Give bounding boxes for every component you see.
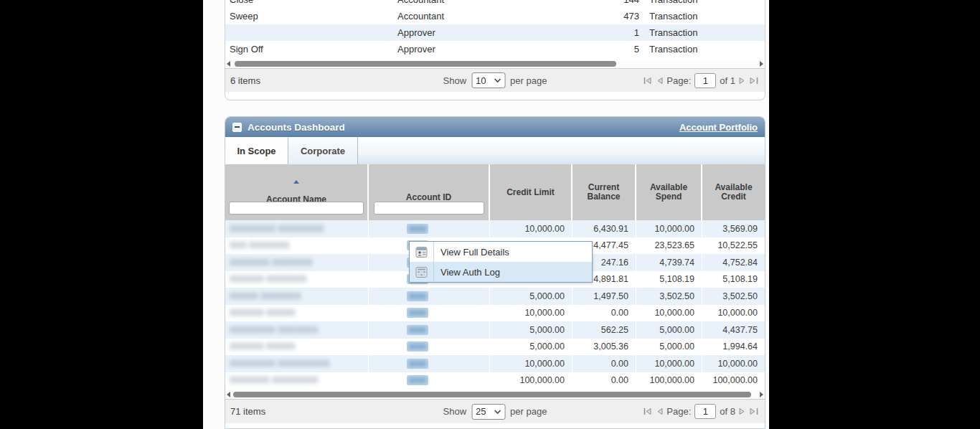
prev-page-icon[interactable] — [656, 77, 663, 85]
scroll-right-icon[interactable] — [760, 61, 763, 67]
page-input[interactable] — [694, 73, 716, 88]
grid-footer: 71 items Show 25 per page Page: of 8 — [225, 399, 765, 423]
items-count: 6 items — [230, 75, 260, 86]
credit-limit-cell: 10,000.00 — [490, 355, 573, 372]
available-credit-cell: 4,752.84 — [702, 254, 765, 271]
account-portfolio-link[interactable]: Account Portfolio — [679, 122, 758, 133]
tab-in-scope[interactable]: In Scope — [225, 137, 288, 164]
account-id-cell: 0000 — [369, 339, 490, 356]
credit-limit-cell: 10,000.00 — [490, 305, 573, 322]
available-spend-cell: 5,000.00 — [636, 339, 702, 356]
pagination: Page: of 1 — [643, 73, 759, 88]
current-balance-cell: 0.00 — [573, 305, 636, 322]
table-row[interactable]: Sweep Accountant 473 Transaction — [225, 8, 765, 24]
redacted-account-id: 0000 — [409, 308, 426, 317]
prev-page-icon[interactable] — [656, 407, 663, 415]
redacted-account-id: 0000 — [409, 376, 426, 385]
account-row[interactable]: XXXXXXXX XXXXXXXXX000010,000.000.0010,00… — [225, 355, 765, 372]
page-input[interactable] — [694, 404, 716, 419]
first-page-icon[interactable] — [643, 77, 652, 85]
credit-limit-cell: 5,000.00 — [490, 288, 573, 305]
column-header-account-id[interactable]: Account ID — [369, 164, 490, 220]
account-id-link[interactable]: 0000 — [407, 359, 428, 369]
menu-item-view-auth-log[interactable]: View Auth Log — [410, 262, 592, 282]
column-header-account-name[interactable]: Account Name — [225, 164, 369, 220]
table-row[interactable]: Sign Off Approver 5 Transaction — [225, 41, 765, 57]
role-cell: Accountant — [397, 0, 570, 5]
type-cell: Transaction — [641, 0, 765, 5]
current-balance-cell: 3,005.36 — [573, 339, 636, 356]
account-name-cell: XXXXX XXXXXXX — [225, 288, 369, 305]
account-id-link[interactable]: 0000 — [407, 375, 428, 385]
column-header-current-balance[interactable]: Current Balance — [573, 164, 636, 220]
per-page-value: 25 — [476, 406, 486, 417]
account-id-link[interactable]: 0000 — [407, 308, 428, 318]
role-cell: Approver — [397, 27, 570, 38]
account-id-link[interactable]: 0000 — [407, 341, 428, 352]
account-row[interactable]: XXXXXX XXXXX00005,000.003,005.365,000.00… — [225, 339, 765, 356]
menu-item-view-full-details[interactable]: View Full Details — [410, 242, 592, 262]
per-page-select[interactable]: 25 — [471, 404, 505, 420]
account-row[interactable]: XXXXXXXX XXXXXXXX000010,000.006,430.9110… — [225, 220, 765, 237]
account-row[interactable]: XXXXXX XXXXX000010,000.000.0010,000.0010… — [225, 305, 765, 322]
per-page-select[interactable]: 10 — [471, 72, 505, 88]
available-spend-cell: 5,108.19 — [636, 271, 702, 288]
scroll-right-icon[interactable] — [760, 392, 763, 397]
scrollbar-thumb[interactable] — [235, 61, 616, 67]
column-headers: Account Name Account ID Credit Limit Cur… — [225, 164, 765, 220]
tab-corporate[interactable]: Corporate — [288, 137, 358, 164]
column-header-available-spend[interactable]: Available Spend — [636, 164, 702, 220]
column-header-credit-limit[interactable]: Credit Limit — [490, 164, 573, 220]
action-cell: Sweep — [225, 11, 397, 22]
account-name-filter-input[interactable] — [229, 202, 364, 214]
scrollbar-thumb[interactable] — [233, 392, 751, 397]
first-page-icon[interactable] — [643, 407, 652, 415]
redacted-account-id: 0000 — [409, 326, 426, 334]
current-balance-cell: 0.00 — [573, 355, 636, 372]
account-id-link[interactable]: 0000 — [407, 325, 428, 335]
context-menu: View Full Details View Auth Log — [409, 241, 593, 283]
account-id-filter-input[interactable] — [374, 202, 484, 214]
account-row[interactable]: XXXXX XXXXXXX00005,000.001,497.503,502.5… — [225, 288, 765, 305]
last-page-icon[interactable] — [750, 407, 759, 415]
scroll-left-icon[interactable] — [227, 392, 230, 397]
account-id-link[interactable]: 0000 — [407, 291, 428, 301]
available-credit-cell: 3,502.50 — [702, 288, 765, 305]
column-header-available-credit[interactable]: Available Credit — [702, 164, 765, 220]
next-page-icon[interactable] — [739, 77, 746, 85]
table-row[interactable]: Close Accountant 144 Transaction — [225, 0, 765, 8]
per-page-label: per page — [510, 406, 547, 417]
last-page-icon[interactable] — [750, 77, 759, 85]
redacted-account-name: XXXXXX XXXXXXX — [230, 274, 306, 284]
type-cell: Transaction — [641, 11, 765, 22]
sort-asc-icon[interactable] — [293, 180, 299, 184]
account-row[interactable]: XXXXXXXX XXXXXXX00005,000.00562.255,000.… — [225, 321, 765, 339]
redacted-account-name: XXXXXXXX XXXXXXXX — [230, 224, 324, 234]
horizontal-scrollbar[interactable] — [225, 60, 765, 68]
next-page-icon[interactable] — [739, 407, 746, 415]
role-cell: Accountant — [397, 11, 570, 22]
table-row[interactable]: Approver 1 Transaction — [225, 24, 765, 41]
tab-bar: In Scope Corporate — [225, 137, 765, 164]
account-id-link[interactable]: 0000 — [407, 224, 428, 234]
credit-limit-cell: 5,000.00 — [490, 321, 573, 339]
account-id-cell: 0000 — [369, 355, 490, 372]
redacted-account-name: XXXXXXX XXXXXXXX — [230, 375, 318, 385]
redacted-account-name: XXXXXXXX XXXXXXXXX — [230, 359, 329, 369]
available-spend-cell: 4,739.74 — [636, 254, 702, 271]
credit-limit-cell: 10,000.00 — [490, 220, 573, 237]
account-row[interactable]: XXXXXXX XXXXXXXX0000100,000.000.00100,00… — [225, 372, 765, 390]
available-credit-cell: 10,000.00 — [702, 305, 765, 322]
redacted-account-name: XXXXXXXX XXXXXXX — [230, 325, 318, 335]
available-spend-cell: 100,000.00 — [636, 372, 702, 390]
redacted-account-id: 0000 — [409, 225, 426, 233]
pagination: Page: of 8 — [643, 404, 759, 419]
horizontal-scrollbar[interactable] — [225, 390, 765, 399]
collapse-icon[interactable] — [232, 123, 242, 132]
grid-footer: 6 items Show 10 per page Page: of 1 — [225, 68, 765, 92]
view-details-icon — [415, 246, 428, 258]
scroll-left-icon[interactable] — [227, 61, 230, 67]
action-cell: Sign Off — [225, 44, 397, 55]
account-name-cell: XXXXXX XXXXX — [225, 339, 369, 356]
show-label: Show — [443, 75, 467, 86]
